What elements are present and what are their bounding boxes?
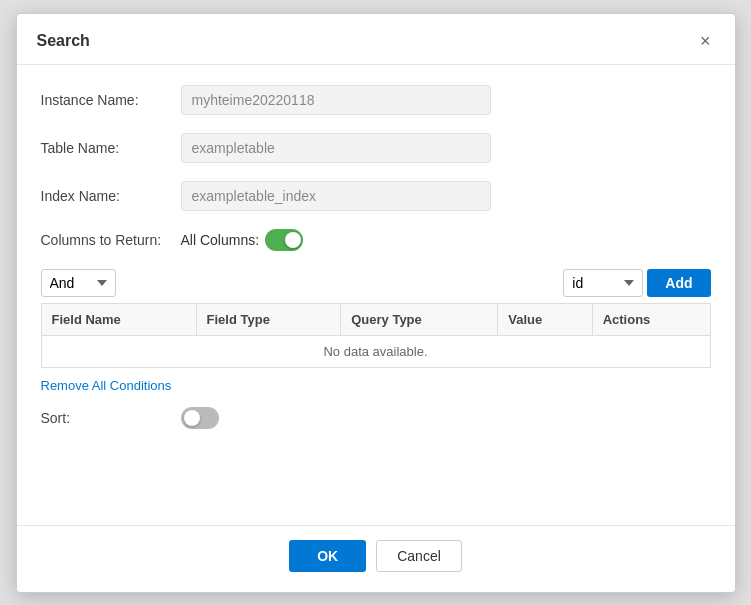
dialog-header: Search ×: [17, 14, 735, 65]
all-columns-toggle[interactable]: [265, 229, 303, 251]
col-value: Value: [498, 303, 592, 335]
and-or-select[interactable]: And Or: [41, 269, 116, 297]
col-actions: Actions: [592, 303, 710, 335]
sort-toggle-thumb: [184, 410, 200, 426]
sort-label: Sort:: [41, 410, 181, 426]
columns-label: Columns to Return:: [41, 232, 181, 248]
col-query-type: Query Type: [341, 303, 498, 335]
ok-button[interactable]: OK: [289, 540, 366, 572]
dialog-body: Instance Name: Table Name: Index Name: C…: [17, 65, 735, 525]
conditions-table-wrap: Field Name Field Type Query Type Value A…: [41, 303, 711, 368]
col-field-name: Field Name: [41, 303, 196, 335]
search-dialog: Search × Instance Name: Table Name: Inde…: [16, 13, 736, 593]
sort-toggle[interactable]: [181, 407, 219, 429]
index-name-row: Index Name:: [41, 181, 711, 211]
conditions-right: id name value Add: [563, 269, 710, 297]
close-button[interactable]: ×: [696, 30, 715, 52]
dialog-title: Search: [37, 32, 90, 50]
columns-row: Columns to Return: All Columns:: [41, 229, 711, 251]
dialog-footer: OK Cancel: [17, 525, 735, 592]
sort-row: Sort:: [41, 407, 711, 429]
cancel-button[interactable]: Cancel: [376, 540, 462, 572]
index-name-label: Index Name:: [41, 188, 181, 204]
field-select[interactable]: id name value: [563, 269, 643, 297]
instance-name-label: Instance Name:: [41, 92, 181, 108]
index-name-input[interactable]: [181, 181, 491, 211]
no-data-cell: No data available.: [41, 335, 710, 367]
conditions-bar: And Or id name value Add: [41, 269, 711, 297]
instance-name-input[interactable]: [181, 85, 491, 115]
table-body: No data available.: [41, 335, 710, 367]
all-columns-control: All Columns:: [181, 229, 304, 251]
conditions-table: Field Name Field Type Query Type Value A…: [41, 303, 711, 368]
table-name-row: Table Name:: [41, 133, 711, 163]
instance-name-row: Instance Name:: [41, 85, 711, 115]
conditions-left: And Or: [41, 269, 116, 297]
all-columns-label: All Columns:: [181, 232, 260, 248]
toggle-thumb: [285, 232, 301, 248]
no-data-row: No data available.: [41, 335, 710, 367]
add-button[interactable]: Add: [647, 269, 710, 297]
remove-all-conditions-link[interactable]: Remove All Conditions: [41, 378, 172, 393]
table-header-row: Field Name Field Type Query Type Value A…: [41, 303, 710, 335]
col-field-type: Field Type: [196, 303, 341, 335]
table-name-input[interactable]: [181, 133, 491, 163]
table-name-label: Table Name:: [41, 140, 181, 156]
table-head: Field Name Field Type Query Type Value A…: [41, 303, 710, 335]
